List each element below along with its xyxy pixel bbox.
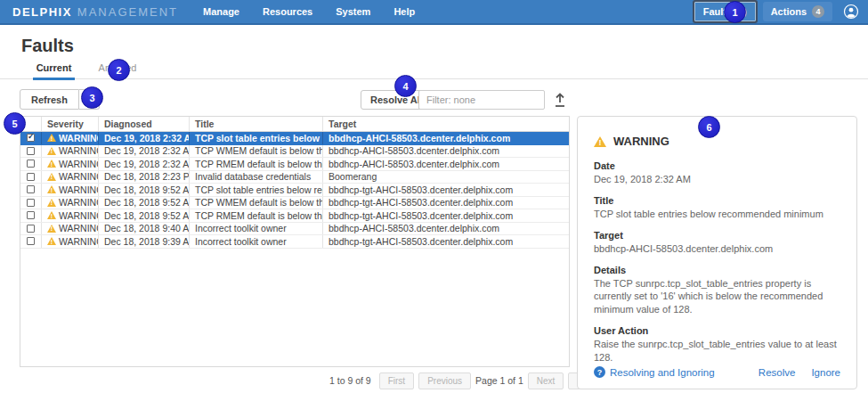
- actions-button[interactable]: Actions 4: [763, 2, 832, 21]
- table-row[interactable]: WARNING Dec 18, 2018 9:40 AM Incorrect t…: [20, 223, 569, 236]
- row-checkbox-cell: [20, 145, 42, 158]
- previous-page-button[interactable]: Previous: [418, 373, 471, 389]
- callout-6: 6: [698, 116, 720, 138]
- severity-label: WARNING: [59, 236, 99, 247]
- row-checkbox[interactable]: [27, 173, 35, 181]
- warning-icon: [47, 147, 56, 155]
- tabs-bar: Current Archived: [0, 62, 868, 79]
- severity-label: WARNING: [59, 223, 99, 233]
- title-cell: Invalid database credentials: [190, 171, 323, 184]
- row-checkbox-cell: [20, 197, 42, 209]
- fault-detail-panel: WARNING Date Dec 19, 2018 2:32 AM Title …: [577, 116, 857, 389]
- row-checkbox[interactable]: [27, 134, 35, 142]
- page-title: Faults: [21, 36, 74, 56]
- help-link-label: Resolving and Ignoring: [610, 367, 715, 378]
- first-page-button[interactable]: First: [379, 373, 414, 389]
- diagnosed-cell: Dec 18, 2018 2:23 PM: [99, 171, 190, 184]
- faults-page: DELPHIX MANAGEMENT Manage Resources Syst…: [0, 0, 868, 393]
- detail-details-section: Details The TCP sunrpc.tcp_slot_table_en…: [594, 265, 840, 317]
- target-cell: bbdhcp-AHCI-58503.dcenter.delphix.com: [323, 223, 569, 235]
- title-label: Title: [594, 195, 840, 206]
- resolving-and-ignoring-link[interactable]: ? Resolving and Ignoring: [594, 366, 715, 378]
- detail-panel-footer: ? Resolving and Ignoring Resolve Ignore: [594, 366, 840, 378]
- brand-primary: DELPHIX: [12, 5, 72, 19]
- user-action-value: Raise the sunrpc.tcp_slot_table_entries …: [594, 338, 840, 364]
- row-checkbox[interactable]: [27, 237, 35, 245]
- menu-item-help[interactable]: Help: [393, 6, 415, 17]
- row-checkbox[interactable]: [27, 160, 35, 168]
- table-row[interactable]: WARNING Dec 18, 2018 2:23 PM Invalid dat…: [20, 171, 569, 184]
- table-row[interactable]: WARNING Dec 19, 2018 2:32 AM TCP RMEM de…: [20, 158, 569, 171]
- diagnosed-cell: Dec 18, 2018 9:40 AM: [99, 223, 190, 235]
- date-label: Date: [594, 160, 840, 171]
- severity-cell: WARNING: [42, 209, 99, 222]
- severity-cell: WARNING: [42, 223, 99, 235]
- menu-item-resources[interactable]: Resources: [263, 6, 312, 17]
- row-checkbox[interactable]: [27, 211, 35, 219]
- target-label: Target: [594, 230, 840, 241]
- target-cell: Boomerang: [323, 171, 569, 184]
- menu-item-system[interactable]: System: [336, 6, 370, 17]
- severity-label: WARNING: [59, 184, 99, 195]
- severity-label: WARNING: [59, 210, 99, 221]
- title-cell: TCP RMEM default is below the recommende…: [190, 158, 323, 170]
- severity-cell: WARNING: [42, 184, 99, 196]
- table-row[interactable]: WARNING Dec 18, 2018 9:52 AM TCP slot ta…: [20, 184, 569, 197]
- severity-cell: WARNING: [42, 197, 99, 209]
- target-cell: bbdhcp-tgt-AHCI-58503.dcenter.delphix.co…: [323, 184, 569, 196]
- table-row[interactable]: WARNING Dec 18, 2018 9:52 AM TCP RMEM de…: [20, 209, 569, 223]
- target-cell: bbdhcp-AHCI-58503.dcenter.delphix.com: [323, 158, 569, 170]
- tab-current[interactable]: Current: [33, 62, 75, 79]
- menu-item-manage[interactable]: Manage: [203, 6, 239, 17]
- warning-icon: [47, 225, 56, 233]
- actions-button-label: Actions: [771, 6, 807, 17]
- header-diagnosed[interactable]: Diagnosed: [99, 117, 190, 131]
- detail-user-action-section: User Action Raise the sunrpc.tcp_slot_ta…: [594, 325, 840, 364]
- warning-icon: [47, 134, 56, 142]
- row-checkbox-cell: [20, 235, 42, 248]
- header-severity[interactable]: Severity: [42, 117, 99, 131]
- diagnosed-cell: Dec 19, 2018 2:32 AM: [99, 145, 190, 158]
- target-cell: bbdhcp-tgt-AHCI-58503.dcenter.delphix.co…: [323, 209, 569, 222]
- severity-label: WARNING: [59, 145, 99, 156]
- title-cell: TCP WMEM default is below the recommende…: [190, 145, 323, 158]
- header-target[interactable]: Target: [323, 117, 569, 131]
- row-checkbox[interactable]: [27, 225, 35, 233]
- page-status: Page 1 of 1: [475, 375, 523, 386]
- title-cell: TCP slot table entries below recommended…: [190, 184, 323, 196]
- next-page-button[interactable]: Next: [528, 373, 564, 389]
- detail-date-section: Date Dec 19, 2018 2:32 AM: [594, 160, 840, 186]
- row-checkbox-cell: [20, 171, 42, 184]
- row-checkbox[interactable]: [27, 199, 35, 207]
- table-row[interactable]: WARNING Dec 18, 2018 9:52 AM TCP WMEM de…: [20, 197, 569, 210]
- target-value: bbdhcp-AHCI-58503.dcenter.delphix.com: [594, 242, 840, 256]
- resolve-link[interactable]: Resolve: [758, 367, 796, 378]
- table-header-row: Severity Diagnosed Title Target: [20, 117, 569, 132]
- title-cell: TCP RMEM default is below the recommende…: [190, 209, 323, 222]
- filter-input[interactable]: [418, 90, 545, 110]
- table-row[interactable]: WARNING Dec 18, 2018 9:39 AM Incorrect t…: [20, 235, 569, 249]
- title-value: TCP slot table entries below recommended…: [594, 208, 840, 221]
- severity-label: WARNING: [59, 133, 99, 143]
- detail-title-section: Title TCP slot table entries below recom…: [594, 195, 840, 221]
- target-cell: bbdhcp-tgt-AHCI-58503.dcenter.delphix.co…: [323, 197, 569, 209]
- table-row[interactable]: WARNING Dec 19, 2018 2:32 AM TCP WMEM de…: [20, 145, 569, 159]
- callout-5: 5: [4, 112, 26, 135]
- user-profile-icon[interactable]: [843, 4, 859, 20]
- header-title[interactable]: Title: [190, 117, 323, 131]
- callout-1: 1: [724, 1, 746, 23]
- title-cell: Incorrect toolkit owner: [190, 223, 323, 235]
- row-checkbox[interactable]: [27, 185, 35, 193]
- refresh-button[interactable]: Refresh: [20, 89, 79, 110]
- severity-cell: WARNING: [42, 145, 99, 158]
- actions-count-badge: 4: [812, 5, 824, 18]
- severity-cell: WARNING: [42, 235, 99, 248]
- severity-cell: WARNING: [42, 132, 99, 144]
- ignore-link[interactable]: Ignore: [811, 367, 840, 378]
- row-checkbox[interactable]: [27, 147, 35, 155]
- export-icon[interactable]: [552, 91, 568, 109]
- details-label: Details: [594, 265, 840, 275]
- table-row[interactable]: WARNING Dec 19, 2018 2:32 AM TCP slot ta…: [20, 132, 569, 145]
- diagnosed-cell: Dec 19, 2018 2:32 AM: [99, 132, 190, 144]
- callout-2: 2: [108, 59, 130, 81]
